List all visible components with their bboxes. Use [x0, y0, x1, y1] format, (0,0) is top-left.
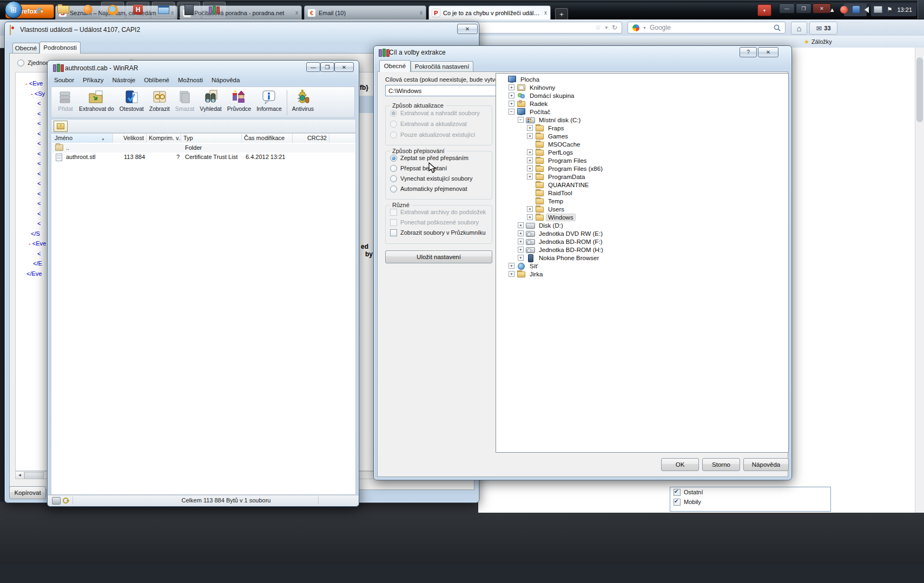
scrollbar-thumb[interactable]: [24, 472, 44, 479]
taskbar-red-app[interactable]: H: [127, 2, 149, 18]
tree-item[interactable]: + Program Files: [497, 156, 605, 164]
taskbar-event-viewer[interactable]: [152, 2, 175, 18]
volume-icon[interactable]: [864, 6, 869, 13]
tree-item[interactable]: + ProgramData: [497, 173, 605, 181]
tree-item[interactable]: Plocha: [497, 75, 605, 83]
column-header-packed[interactable]: Komprim. v...: [147, 134, 181, 143]
tree-expander[interactable]: −: [509, 109, 514, 115]
checkbox-option[interactable]: Zobrazit soubory v Průzkumníku: [390, 229, 492, 236]
toolbar-view-button[interactable]: Zobrazit: [147, 88, 173, 112]
browser-tab[interactable]: P Co je to za chybu v prohlížeči událost…: [428, 5, 551, 19]
tree-item[interactable]: + Games: [497, 132, 605, 140]
checkbox[interactable]: [390, 229, 397, 236]
checkbox[interactable]: [674, 489, 681, 496]
radio-option[interactable]: Automaticky přejmenovat: [390, 185, 492, 193]
menu-item[interactable]: Oblíbené: [144, 77, 169, 83]
winrar-minimize-button[interactable]: —: [306, 62, 320, 72]
copy-button[interactable]: Kopírovat: [9, 486, 46, 499]
hidden-icons-chevron[interactable]: ▲: [829, 6, 835, 13]
toolbar-delete-button[interactable]: Smazat: [173, 88, 197, 112]
radio-option[interactable]: Extrahovat a nahradit soubory: [390, 109, 492, 117]
network-icon[interactable]: [874, 6, 882, 13]
start-button[interactable]: ⊞: [5, 1, 22, 18]
new-tab-button[interactable]: +: [555, 8, 568, 20]
tree-item[interactable]: + Fraps: [497, 124, 605, 132]
taskbar-media-app[interactable]: [77, 2, 98, 17]
tree-item[interactable]: + Domácí skupina: [497, 91, 605, 100]
radio-option[interactable]: Zeptat se před přepsáním: [390, 154, 492, 162]
tree-item[interactable]: + Knihovny: [497, 83, 605, 91]
tree-expander[interactable]: +: [527, 165, 533, 171]
tree-item[interactable]: + Jednotka BD-ROM (F:): [497, 237, 605, 246]
page-scrollbar[interactable]: [915, 48, 924, 513]
menu-item[interactable]: Soubor: [54, 77, 74, 83]
event-tab-details[interactable]: Podrobnosti: [39, 42, 81, 54]
radio-option[interactable]: Pouze aktualizovat existující: [390, 131, 492, 138]
addon-icon[interactable]: ▾: [757, 4, 771, 16]
tab-close-icon[interactable]: [544, 10, 547, 16]
tree-item[interactable]: + PerfLogs: [497, 148, 605, 156]
checkbox-option[interactable]: Ponechat poškozené soubory: [390, 218, 492, 226]
tree-expander[interactable]: +: [509, 271, 514, 277]
tree-item[interactable]: + Radek: [497, 100, 605, 108]
radio-button[interactable]: [390, 155, 397, 162]
taskbar-dark-app[interactable]: [177, 2, 200, 18]
tree-expander[interactable]: +: [527, 157, 533, 163]
help-button[interactable]: ?: [740, 47, 757, 57]
event-tab-general[interactable]: Obecné: [12, 43, 39, 54]
taskbar-clock[interactable]: 13:21: [897, 6, 912, 13]
browser-tab[interactable]: € Email (10): [304, 5, 426, 19]
scrollbar-thumb[interactable]: [916, 57, 923, 122]
tree-expander[interactable]: +: [518, 247, 524, 253]
reload-icon[interactable]: ↻: [612, 24, 617, 31]
tree-expander[interactable]: +: [518, 255, 524, 261]
tree-item[interactable]: + Jirka: [497, 270, 605, 278]
toolbar-wizard-button[interactable]: Průvodce: [225, 88, 254, 112]
history-dropdown-icon[interactable]: ▼: [604, 25, 609, 30]
extract-tab-general[interactable]: Obecné: [379, 60, 411, 72]
column-header-modified[interactable]: Čas modifikace: [242, 134, 293, 143]
taskbar-firefox[interactable]: [101, 2, 124, 18]
search-icon[interactable]: [774, 24, 781, 31]
toolbar-antivirus-button[interactable]: Antivirus: [289, 88, 316, 112]
tree-expander[interactable]: +: [518, 239, 524, 244]
close-button[interactable]: ✕: [813, 3, 831, 14]
tree-item[interactable]: + Jednotka BD-ROM (H:): [497, 246, 605, 254]
radio-option[interactable]: Přepsat bez ptaní: [390, 164, 492, 172]
checkbox[interactable]: [390, 219, 397, 226]
tree-expander[interactable]: +: [527, 125, 533, 131]
taskbar-winrar[interactable]: [203, 2, 226, 18]
menu-item[interactable]: Nástroje: [112, 77, 135, 83]
tree-expander[interactable]: +: [527, 214, 533, 220]
up-folder-button[interactable]: ↑: [54, 121, 68, 132]
tree-expander[interactable]: +: [518, 230, 524, 236]
ok-button[interactable]: OK: [661, 458, 699, 471]
tree-item[interactable]: + Nokia Phone Browser: [497, 254, 605, 262]
toolbar-info-button[interactable]: Informace: [254, 88, 285, 112]
cancel-button[interactable]: Storno: [702, 458, 740, 471]
tree-item[interactable]: + Windows: [497, 213, 605, 221]
tree-item[interactable]: + Users: [497, 205, 605, 213]
taskbar-explorer[interactable]: [52, 2, 74, 17]
tree-item[interactable]: RaidTool: [497, 189, 605, 197]
extraction-close-button[interactable]: ✕: [758, 47, 778, 57]
key-status-icon[interactable]: [62, 497, 69, 504]
toolbar-add-button[interactable]: Přidat: [55, 88, 76, 112]
tab-close-icon[interactable]: [420, 10, 423, 16]
tree-item[interactable]: + Program Files (x86): [497, 164, 605, 173]
show-desktop-button[interactable]: [918, 0, 924, 19]
menu-item[interactable]: Příkazy: [83, 77, 103, 83]
column-header-type[interactable]: Typ: [181, 134, 242, 143]
checkbox-option[interactable]: Extrahovat archivy do podsložek: [390, 208, 492, 216]
tree-expander[interactable]: +: [509, 92, 514, 98]
tree-expander[interactable]: +: [509, 101, 514, 107]
bookmark-star-icon[interactable]: ☆: [595, 24, 601, 31]
tree-expander[interactable]: −: [518, 117, 524, 123]
file-row-parent[interactable]: .. Folder: [52, 144, 355, 153]
radio-button[interactable]: [390, 110, 397, 117]
toolbar-extract-button[interactable]: Extrahovat do: [76, 88, 117, 112]
tree-expander[interactable]: +: [509, 263, 514, 269]
radio-button[interactable]: [390, 131, 397, 138]
radio-option[interactable]: Vynechat existující soubory: [390, 175, 492, 182]
toolbar-find-button[interactable]: Vyhledat: [197, 88, 224, 112]
